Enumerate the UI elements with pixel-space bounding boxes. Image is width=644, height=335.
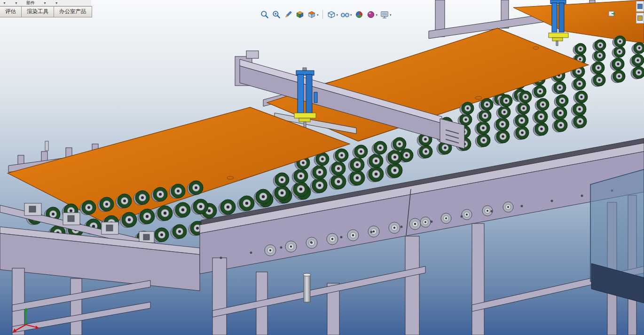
zoom-fit-icon — [260, 10, 269, 19]
zoom-fit-button[interactable] — [259, 9, 270, 20]
component-toolbar-label[interactable]: 部件 — [26, 0, 35, 6]
headsup-view-toolbar: ▾ ▾ ▾ ▾ — [259, 9, 392, 20]
dropdown-caret-icon[interactable]: ▼ — [55, 1, 58, 5]
section-view-button[interactable] — [295, 9, 305, 20]
view-orientation-button[interactable]: ▾ — [306, 9, 319, 20]
chevron-down-icon: ▾ — [350, 13, 352, 16]
tab-evaluate[interactable]: 评估 — [0, 6, 22, 17]
section-view-icon — [295, 10, 305, 19]
hide-show-items-button[interactable]: ▾ — [340, 9, 353, 20]
mini-toolbar: ▼ ▼ 部件 ▼ ▼ — [0, 0, 91, 6]
tab-office-products[interactable]: 办公室产品 — [54, 6, 92, 17]
zoom-selection-icon — [283, 10, 293, 19]
task-pane-tab-2[interactable] — [636, 13, 644, 24]
view-orientation-icon — [307, 10, 316, 19]
monitor-icon — [380, 10, 389, 19]
task-pane-icon — [637, 4, 643, 9]
zoom-area-icon — [272, 10, 281, 19]
appearance-sphere-icon — [354, 10, 364, 19]
view-settings-button[interactable]: ▾ — [379, 9, 392, 20]
edit-appearance-button[interactable] — [354, 9, 364, 20]
viewport-3d[interactable] — [0, 0, 644, 335]
task-pane-tab-1[interactable] — [636, 1, 644, 12]
file-explorer-icon — [637, 16, 643, 21]
glasses-icon — [340, 10, 350, 19]
chevron-down-icon: ▾ — [376, 13, 378, 16]
transparent-enclosure[interactable] — [590, 169, 644, 303]
scene-sphere-icon — [366, 10, 376, 19]
zoom-area-button[interactable] — [271, 9, 282, 20]
apply-scene-button[interactable]: ▾ — [366, 9, 378, 20]
collapse-icon[interactable] — [608, 9, 616, 18]
dropdown-caret-icon[interactable]: ▼ — [3, 1, 6, 5]
dropdown-caret-icon[interactable]: ▼ — [15, 1, 18, 5]
toolbar-separator — [322, 10, 323, 19]
display-style-button[interactable]: ▾ — [326, 9, 339, 20]
tab-render-tools[interactable]: 渲染工具 — [21, 6, 54, 17]
zoom-selection-button[interactable] — [283, 9, 293, 20]
chevron-down-icon: ▾ — [390, 13, 392, 16]
chevron-down-icon: ▾ — [337, 13, 338, 16]
dropdown-caret-icon[interactable]: ▼ — [43, 1, 47, 5]
chevron-down-icon: ▾ — [317, 13, 319, 16]
display-style-icon — [327, 10, 336, 19]
commandmanager-tabs: 评估 渲染工具 办公室产品 — [0, 6, 92, 17]
